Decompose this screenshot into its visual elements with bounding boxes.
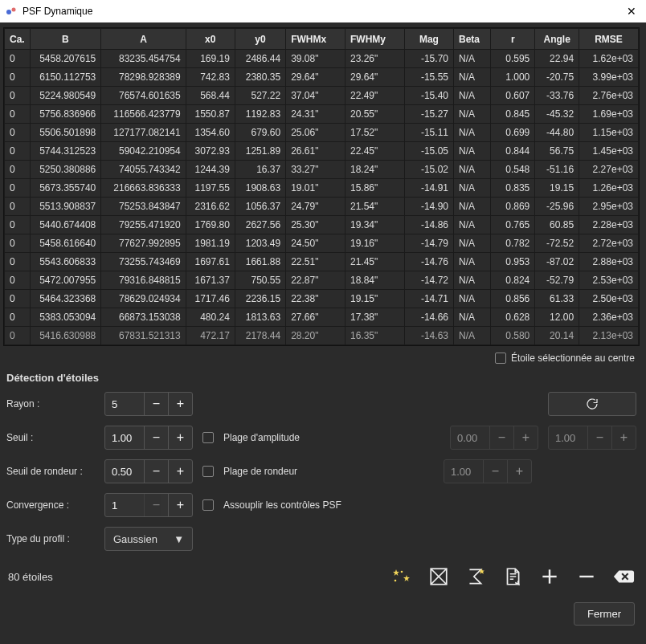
window-close-button[interactable]: ✕ [622,3,641,19]
seuil-plus[interactable]: + [168,426,192,450]
cell: 1550.87 [186,105,235,124]
backspace-icon[interactable] [612,565,635,588]
cell: -25.96 [535,198,579,216]
convergence-label: Convergence : [6,499,95,511]
cell: 0 [5,253,31,271]
seuil-value[interactable]: 1.00 [105,432,144,444]
cell: 0.845 [491,105,535,124]
col-beta[interactable]: Beta [453,29,490,50]
col-a[interactable]: A [101,29,186,50]
table-row[interactable]: 05458.61664077627.9928951981.191203.4924… [5,234,639,253]
col-fwhmx[interactable]: FWHMx [286,29,345,50]
cell: -14.90 [404,198,453,216]
col-rmse[interactable]: RMSE [579,29,639,50]
table-row[interactable]: 05458.20761583235.454754169.192486.4439.… [5,50,639,68]
cell: 3.99e+03 [579,68,639,87]
table-row[interactable]: 05513.90883775253.8438472316.621056.3724… [5,198,639,216]
cell: 1661.88 [235,253,285,271]
table-row[interactable]: 05472.00795579316.8488151671.37750.5522.… [5,271,639,290]
plus-icon[interactable] [538,565,561,588]
profil-dropdown[interactable]: Gaussien ▼ [104,527,193,551]
center-star-checkbox[interactable] [495,353,506,364]
cell: 22.51" [286,253,345,271]
cell: 0.869 [491,198,535,216]
table-row[interactable]: 05250.38088674055.7433421244.3916.3733.2… [5,161,639,179]
cell: N/A [453,179,490,198]
table-row[interactable]: 06150.11275378298.928389742.832380.3529.… [5,68,639,87]
convergence-minus[interactable]: − [144,493,168,517]
cell: 2.88e+03 [579,253,639,271]
table-row[interactable]: 05224.98054976574.601635568.44527.2237.0… [5,87,639,105]
table-row[interactable]: 05673.355740216663.8363331197.551908.631… [5,179,639,198]
table-row[interactable]: 05506.501898127177.0821411354.60679.6025… [5,124,639,142]
cell: 78629.024934 [101,290,186,308]
amp-lo-minus: − [489,426,513,450]
cell: 22.94 [535,50,579,68]
document-export-icon[interactable] [501,565,524,588]
cell: 33.27" [286,161,345,179]
cell: 1.000 [491,68,535,87]
table-row[interactable]: 05416.63098867831.521313472.172178.4428.… [5,327,639,345]
cell: 169.19 [186,50,235,68]
table-row[interactable]: 05744.31252359042.2109543072.931251.8926… [5,142,639,161]
col-r[interactable]: r [491,29,535,50]
amp-range-checkbox[interactable] [202,432,214,443]
cell: 2178.44 [235,327,285,345]
rondeur-spinner[interactable]: 0.50 − + [104,459,193,483]
cell: -15.70 [404,50,453,68]
col-angle[interactable]: Angle [535,29,579,50]
cell: 76574.601635 [101,87,186,105]
rayon-plus[interactable]: + [168,392,192,416]
col-mag[interactable]: Mag [404,29,453,50]
cell: N/A [453,142,490,161]
cell: 29.64" [286,68,345,87]
cell: 0.607 [491,87,535,105]
table-row[interactable]: 05383.05309466873.153038480.241813.6327.… [5,308,639,327]
cell: -72.52 [535,234,579,253]
table-row[interactable]: 05756.836966116566.4237791550.871192.832… [5,105,639,124]
cell: N/A [453,198,490,216]
rayon-minus[interactable]: − [144,392,168,416]
sigma-star-icon[interactable] [464,565,487,588]
rayon-spinner[interactable]: 5 − + [104,392,193,416]
rondeur-value[interactable]: 0.50 [105,466,144,478]
cell: 0.782 [491,234,535,253]
refresh-button[interactable] [548,392,636,416]
col-x0[interactable]: x0 [186,29,235,50]
cell: 2.13e+03 [579,327,639,345]
table-row[interactable]: 05440.67440879255.4719201769.802627.5625… [5,216,639,234]
cell: 1244.39 [186,161,235,179]
cell: 1354.60 [186,124,235,142]
rayon-value[interactable]: 5 [105,398,144,410]
cell: N/A [453,50,490,68]
cell: 24.50" [286,234,345,253]
table-row[interactable]: 05543.60683373255.7434691697.611661.8822… [5,253,639,271]
rondeur-minus[interactable]: − [144,459,168,483]
convergence-plus[interactable]: + [168,493,192,517]
cell: 37.04" [286,87,345,105]
convergence-value[interactable]: 1 [105,499,144,512]
cell: 22.49" [345,87,404,105]
cell: 0 [5,50,31,68]
convergence-spinner[interactable]: 1 − + [104,493,193,517]
cell: 26.61" [286,142,345,161]
minus-icon[interactable] [575,565,598,588]
col-fwhmy[interactable]: FWHMy [345,29,404,50]
col-b[interactable]: B [30,29,101,50]
stars-icon[interactable] [390,565,413,588]
rondeur-plus[interactable]: + [168,459,192,483]
col-y0[interactable]: y0 [235,29,285,50]
seuil-minus[interactable]: − [144,426,168,450]
close-button[interactable]: Fermer [574,602,635,626]
col-ca[interactable]: Ca. [5,29,31,50]
assouplir-checkbox[interactable] [202,499,214,511]
cell: 2627.56 [235,216,285,234]
crossed-box-icon[interactable] [427,565,450,588]
rondeur-range-checkbox[interactable] [202,466,214,477]
seuil-spinner[interactable]: 1.00 − + [104,426,193,450]
cell: N/A [453,161,490,179]
cell: 480.24 [186,308,235,327]
amp-hi-minus: − [587,426,611,450]
table-row[interactable]: 05464.32336878629.0249341717.462236.1522… [5,290,639,308]
window-title: PSF Dynamique [22,6,92,17]
